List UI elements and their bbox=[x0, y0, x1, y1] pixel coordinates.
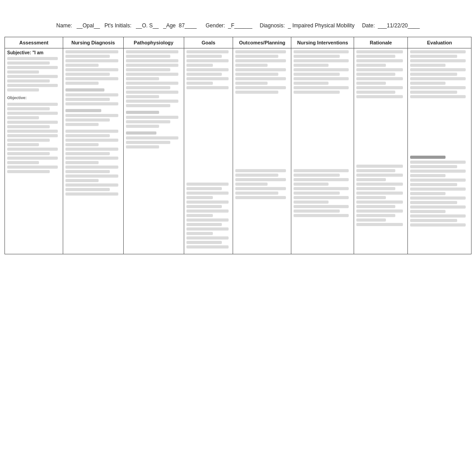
eval-block1 bbox=[410, 50, 469, 98]
eval-spacer bbox=[410, 102, 469, 156]
patho-text2 bbox=[126, 111, 182, 128]
label-age: _Age bbox=[163, 22, 176, 29]
cell-outcomes bbox=[233, 48, 291, 254]
assessment-objective: Objective: bbox=[7, 95, 61, 173]
subjective-label: Subjective: "I am bbox=[7, 50, 61, 55]
nd-block2 bbox=[65, 88, 121, 105]
date-value: ___11/22/20____ bbox=[378, 22, 420, 29]
diagnosis-value: _ Impaired Physical Mobility bbox=[288, 22, 355, 29]
patho-text1 bbox=[126, 50, 182, 107]
cell-nursing-interventions bbox=[291, 48, 354, 254]
header-rationale: Rationale bbox=[354, 37, 408, 48]
patient-info-bar: Name: __Opal__ Pt's Initials: __O. S__ _… bbox=[4, 9, 472, 29]
goals-text2 bbox=[186, 183, 231, 248]
label-name: Name: bbox=[56, 22, 72, 29]
cell-rationale bbox=[354, 48, 408, 254]
goals-block2 bbox=[186, 183, 231, 248]
page: Name: __Opal__ Pt's Initials: __O. S__ _… bbox=[0, 0, 476, 449]
rationale-text2 bbox=[356, 165, 405, 226]
nd-text2 bbox=[65, 88, 121, 105]
header-evaluation: Evaluation bbox=[408, 37, 472, 48]
nd-text1 bbox=[65, 50, 121, 85]
cell-assessment: Subjective: "I am bbox=[5, 48, 63, 254]
outcomes-text2 bbox=[235, 169, 289, 199]
nd-block4 bbox=[65, 130, 121, 196]
ni-text2 bbox=[294, 169, 351, 217]
header-assessment: Assessment bbox=[5, 37, 63, 48]
ni-block1 bbox=[294, 50, 351, 94]
initials-value: __O. S__ bbox=[136, 22, 159, 29]
goals-text1 bbox=[186, 50, 231, 89]
ni-text1 bbox=[294, 50, 351, 94]
nd-block3 bbox=[65, 109, 121, 126]
care-plan-table: Assessment Nursing Diagnosis Pathophysio… bbox=[4, 37, 472, 254]
nd-block1 bbox=[65, 50, 121, 85]
header-nursing-diagnosis: Nursing Diagnosis bbox=[63, 37, 123, 48]
patho-block2 bbox=[126, 111, 182, 128]
eval-text2 bbox=[410, 156, 469, 227]
header-outcomes: Outcomes/Planning bbox=[233, 37, 291, 48]
eval-text1 bbox=[410, 50, 469, 98]
gender-value: _F______ bbox=[228, 22, 252, 29]
outcomes-block1 bbox=[235, 50, 289, 94]
rationale-block2 bbox=[356, 165, 405, 226]
outcomes-spacer bbox=[235, 97, 289, 169]
header-pathophysiology: Pathophysiology bbox=[123, 37, 184, 48]
nd-text4 bbox=[65, 130, 121, 196]
label-date: Date: bbox=[362, 22, 375, 29]
outcomes-block2 bbox=[235, 169, 289, 199]
goals-block1 bbox=[186, 50, 231, 89]
outcomes-text1 bbox=[235, 50, 289, 94]
patho-block1 bbox=[126, 50, 182, 107]
name-value: __Opal__ bbox=[77, 22, 100, 29]
nd-text3 bbox=[65, 109, 121, 126]
cell-goals bbox=[184, 48, 233, 254]
header-goals: Goals bbox=[184, 37, 233, 48]
header-interventions: Nursing Interventions bbox=[291, 37, 354, 48]
rationale-text1 bbox=[356, 50, 405, 98]
patho-text3 bbox=[126, 131, 182, 148]
cell-pathophysiology bbox=[123, 48, 184, 254]
rationale-spacer bbox=[356, 102, 405, 165]
cell-nursing-diagnosis bbox=[63, 48, 123, 254]
label-diagnosis: Diagnosis: bbox=[260, 22, 285, 29]
label-initials: Pt's Initials: bbox=[104, 22, 131, 29]
eval-block2 bbox=[410, 156, 469, 227]
age-value: 87____ bbox=[179, 22, 197, 29]
cell-evaluation bbox=[408, 48, 472, 254]
ni-spacer bbox=[294, 97, 351, 169]
table-row: Subjective: "I am bbox=[5, 48, 472, 254]
label-gender: Gender: bbox=[206, 22, 225, 29]
rationale-block1 bbox=[356, 50, 405, 98]
assessment-subjective: Subjective: "I am bbox=[7, 50, 61, 92]
assessment-objective-text: Objective: bbox=[7, 95, 61, 173]
assessment-subjective-text bbox=[7, 57, 61, 92]
ni-block2 bbox=[294, 169, 351, 217]
goals-spacer bbox=[186, 93, 231, 183]
patho-block3 bbox=[126, 131, 182, 148]
